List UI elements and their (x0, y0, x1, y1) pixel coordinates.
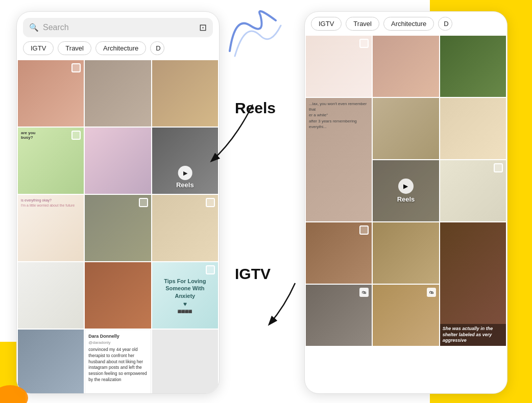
checkbox-dino (71, 131, 81, 140)
blue-squiggle-decoration (220, 10, 286, 61)
grid-cell-colorful (85, 128, 151, 194)
grid-cell-raccoon (85, 60, 151, 127)
search-bar[interactable]: 🔍 Search ⊡ (23, 18, 213, 37)
tab-architecture-left[interactable]: Architecture (95, 41, 146, 55)
igtv-annotation-arrow (254, 275, 326, 337)
grid-cell-portrait (18, 60, 84, 127)
checkbox-lamp (494, 163, 503, 172)
grid-cell-vintage-couple (306, 222, 372, 284)
tweet-text: convinced my 44 year old therapist to co… (88, 347, 147, 383)
tabs-row-right: IGTV Travel Architecture D (305, 12, 507, 36)
checkbox-vintage (359, 225, 369, 235)
grid-cell-charms: 🛍 (373, 285, 439, 346)
tweet-name: Dara Donnelly (88, 333, 147, 340)
reels-right-icon: ▶ (398, 179, 414, 194)
tab-travel-right[interactable]: Travel (346, 17, 379, 31)
grid-cell-anxiety: Tips For Loving Someone With Anxiety ♥ ⬛… (152, 262, 218, 329)
grid-cell-text-possum: ...lax, you won't even remember that er … (306, 98, 372, 221)
grid-cell-knit (85, 262, 151, 329)
grid-cell-cat-shelter: She was actually in the shelter labeled … (440, 222, 506, 346)
grid-cell-possum2 (373, 98, 439, 159)
anxiety-heart: ♥ (183, 300, 187, 308)
search-input[interactable]: Search (43, 23, 199, 32)
phone-right: IGTV Travel Architecture D ...lax, you w… (304, 11, 507, 394)
grid-cell-reels-right: ▶ Reels (373, 160, 439, 221)
grid-cell-shop (152, 195, 218, 261)
grid-cell-marshmallow (440, 98, 506, 159)
camera-icon[interactable]: ⊡ (199, 22, 207, 33)
possum-text: ...lax, you won't even remember that er … (306, 98, 372, 133)
igtv-badge-bracelets: 🛍 (359, 288, 369, 297)
tab-igtv-left[interactable]: IGTV (23, 41, 54, 55)
reels-annotation-arrow (163, 99, 265, 186)
grid-cell-hedgehog (85, 195, 151, 261)
reels-overlay-right: ▶ Reels (373, 160, 439, 221)
phone-left: 🔍 Search ⊡ IGTV Travel Architecture D ar… (16, 11, 220, 394)
grid-cell-empty (152, 330, 218, 394)
reels-label-right: Reels (397, 195, 415, 203)
tab-more-right[interactable]: D (438, 17, 452, 31)
tweet-content: Dara Donnelly @daradonly convinced my 44… (85, 330, 150, 386)
shelter-caption: She was actually in the shelter labeled … (440, 324, 506, 346)
grid-cell-pink-cartoon (306, 36, 372, 97)
tab-travel-left[interactable]: Travel (58, 41, 91, 55)
orange-shape-decoration (0, 362, 41, 403)
tab-more-left[interactable]: D (150, 41, 164, 55)
grid-cell-raccoon-hand (373, 222, 439, 284)
igtv-badge-charms: 🛍 (427, 288, 436, 297)
svg-point-0 (0, 385, 28, 403)
grid-cell-cartoon1: is everything okay? I'm a little worried… (18, 195, 84, 261)
anxiety-text: Tips For Loving Someone With Anxiety (156, 278, 214, 299)
checkbox-pink (359, 39, 369, 48)
checkbox-overlay (71, 63, 81, 72)
grid-right: ...lax, you won't even remember that er … (305, 36, 507, 346)
grid-cell-lamp (440, 160, 506, 221)
tabs-row-left: IGTV Travel Architecture D (17, 41, 219, 60)
anxiety-content: Tips For Loving Someone With Anxiety ♥ ⬛… (152, 262, 218, 329)
grid-cell-animal-nose (373, 36, 439, 97)
tweet-handle: @daradonly (88, 340, 147, 345)
checkbox-hedgehog (139, 198, 148, 207)
grid-cell-white-obj (18, 262, 84, 329)
search-icon: 🔍 (29, 23, 39, 32)
grid-cell-tweet: Dara Donnelly @daradonly convinced my 44… (85, 330, 151, 394)
grid-cell-green-field (440, 36, 506, 97)
grid-cell-dino: are youbusy? (18, 128, 84, 194)
checkbox-shop (206, 198, 215, 207)
tab-architecture-right[interactable]: Architecture (383, 17, 434, 31)
tab-igtv-right[interactable]: IGTV (311, 17, 342, 31)
